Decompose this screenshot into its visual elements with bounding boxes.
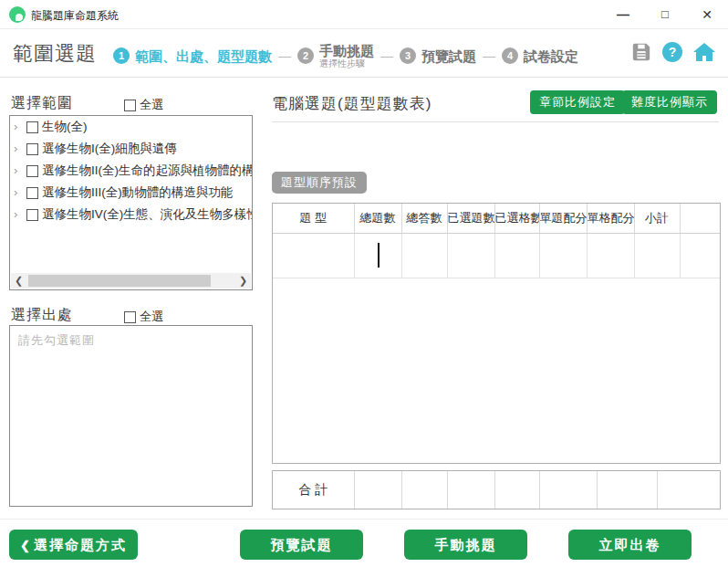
minimize-button[interactable]: — [602, 0, 644, 29]
tree-item-label[interactable]: 選修生物III(全)動物體的構造與功能 [42, 184, 233, 201]
preview-questions-button[interactable]: 預覽試題 [240, 530, 363, 560]
maximize-button[interactable]: □ [644, 0, 686, 29]
step-2-number: 2 [297, 47, 314, 64]
step-3-number: 3 [400, 47, 416, 64]
range-select-all-label: 全選 [140, 97, 163, 113]
scroll-left-icon[interactable]: ❮ [11, 273, 26, 289]
totals-selected-blanks [494, 471, 539, 509]
tree-item-elective-bio-2[interactable]: › 選修生物II(全)生命的起源與植物體的構造 [10, 160, 252, 182]
col-subtotal: 小計 [634, 204, 680, 233]
source-placeholder: 請先勾選範圍 [18, 332, 95, 349]
expand-chevron-icon[interactable]: › [14, 182, 26, 204]
totals-row: 合 計 [273, 471, 720, 509]
step-separator: — [380, 48, 393, 63]
step-2-label: 手動挑題 [319, 43, 374, 58]
section-divider [272, 121, 719, 122]
tree-item-label[interactable]: 選修生物I(全)細胞與遺傳 [42, 141, 177, 157]
totals-total-answers [401, 471, 447, 509]
expand-chevron-icon[interactable]: › [14, 160, 26, 182]
difficulty-ratio-button[interactable]: 難度比例顯示 [622, 90, 717, 114]
source-select-all-label: 全選 [140, 309, 163, 325]
back-to-mode-button[interactable]: ❮選擇命題方式 [9, 530, 138, 560]
tree-item-checkbox[interactable] [26, 209, 38, 221]
tree-item-elective-bio-1[interactable]: › 選修生物I(全)細胞與遺傳 [10, 138, 252, 160]
cell-subtotal[interactable] [634, 233, 680, 278]
step-1-label: 範圍、出處、題型題數 [135, 48, 272, 64]
header-divider [0, 77, 728, 78]
tree-item-elective-bio-3[interactable]: › 選修生物III(全)動物體的構造與功能 [10, 182, 252, 204]
source-list-box[interactable]: 請先勾選範圍 [9, 325, 253, 507]
table-row[interactable] [273, 233, 720, 278]
step-separator: — [483, 48, 495, 63]
cell-selected-blanks[interactable] [494, 233, 539, 278]
tree-item-label[interactable]: 選修生物II(全)生命的起源與植物體的構造 [42, 163, 252, 179]
step-3-preview: 3 預覽試題 [400, 47, 476, 64]
back-chevron-icon: ❮ [20, 539, 30, 552]
tree-item-label[interactable]: 生物(全) [42, 119, 88, 135]
col-question-type: 題 型 [273, 204, 354, 233]
source-select-all-checkbox[interactable] [124, 311, 136, 323]
tree-item-label[interactable]: 選修生物IV(全)生態、演化及生物多樣性 [42, 206, 252, 223]
step-2-sublabel: 選擇性步驟 [319, 58, 374, 69]
step-1-number: 1 [113, 47, 130, 64]
tree-item-elective-bio-4[interactable]: › 選修生物IV(全)生態、演化及生物多樣性 [10, 204, 252, 226]
manual-pick-button[interactable]: 手動挑題 [404, 530, 527, 560]
step-3-label: 預覽試題 [421, 48, 476, 64]
text-cursor [378, 243, 380, 268]
col-points-per-blank: 單格配分 [587, 204, 634, 233]
cell-points-per-question[interactable] [539, 233, 587, 278]
totals-label: 合 計 [273, 471, 354, 509]
page-title: 範圍選題 [13, 40, 97, 68]
home-icon[interactable] [693, 42, 715, 62]
cell-total-answers[interactable] [401, 233, 447, 278]
tree-item-checkbox[interactable] [26, 165, 38, 177]
step-4-paper-settings: 4 試卷設定 [502, 47, 578, 64]
tree-item-checkbox[interactable] [26, 187, 38, 199]
save-icon[interactable] [631, 42, 651, 62]
totals-total-questions [354, 471, 401, 509]
col-points-per-question: 單題配分 [539, 204, 587, 233]
help-icon[interactable]: ? [662, 42, 682, 62]
expand-chevron-icon[interactable]: › [14, 116, 26, 138]
step-1-range: 1 範圍、出處、題型題數 [113, 47, 272, 64]
step-separator: — [278, 48, 291, 63]
range-tree[interactable]: › 生物(全) › 選修生物I(全)細胞與遺傳 › 選修生物II(全)生命的起源… [9, 115, 253, 290]
scrollbar-track[interactable] [26, 274, 235, 288]
table-header-row: 題 型 總題數 總答數 已選題數 已選格數 單題配分 單格配分 小計 [273, 204, 720, 233]
horizontal-scrollbar[interactable]: ❮ ❯ [11, 273, 251, 289]
step-4-label: 試卷設定 [524, 48, 578, 64]
footer-divider [0, 519, 728, 520]
cell-question-type[interactable] [273, 233, 354, 278]
cell-selected-questions[interactable] [447, 233, 494, 278]
back-button-label: 選擇命題方式 [34, 537, 127, 552]
tree-item-checkbox[interactable] [26, 121, 38, 133]
totals-selected-questions [447, 471, 494, 509]
tree-item-checkbox[interactable] [26, 143, 38, 155]
col-total-questions: 總題數 [354, 204, 401, 233]
step-4-number: 4 [502, 47, 518, 64]
range-select-all[interactable]: 全選 [124, 97, 163, 113]
title-bar: 龍騰題庫命題系統 — □ ✕ [0, 0, 728, 29]
question-type-table: 題 型 總題數 總答數 已選題數 已選格數 單題配分 單格配分 小計 [272, 203, 721, 464]
col-total-answers: 總答數 [401, 204, 447, 233]
type-order-default-button[interactable]: 題型順序預設 [272, 172, 367, 194]
close-button[interactable]: ✕ [686, 0, 728, 29]
cell-total-questions[interactable] [354, 233, 401, 278]
scrollbar-thumb[interactable] [28, 275, 211, 287]
expand-chevron-icon[interactable]: › [14, 138, 26, 160]
expand-chevron-icon[interactable]: › [14, 204, 26, 226]
totals-points-per-blank [597, 471, 657, 509]
scroll-right-icon[interactable]: ❯ [235, 273, 251, 289]
generate-paper-button[interactable]: 立即出卷 [568, 530, 692, 560]
select-range-title: 選擇範圍 [11, 94, 73, 113]
totals-subtotal [657, 471, 720, 509]
chapter-ratio-button[interactable]: 章節比例設定 [530, 90, 625, 114]
cell-points-per-blank[interactable] [587, 233, 634, 278]
range-select-all-checkbox[interactable] [124, 100, 136, 111]
window-title: 龍騰題庫命題系統 [31, 8, 119, 24]
app-logo-icon [9, 6, 26, 23]
cell-extra[interactable] [680, 233, 720, 278]
tree-item-biology-all[interactable]: › 生物(全) [10, 116, 252, 138]
select-source-title: 選擇出處 [11, 306, 73, 325]
source-select-all[interactable]: 全選 [124, 309, 163, 325]
